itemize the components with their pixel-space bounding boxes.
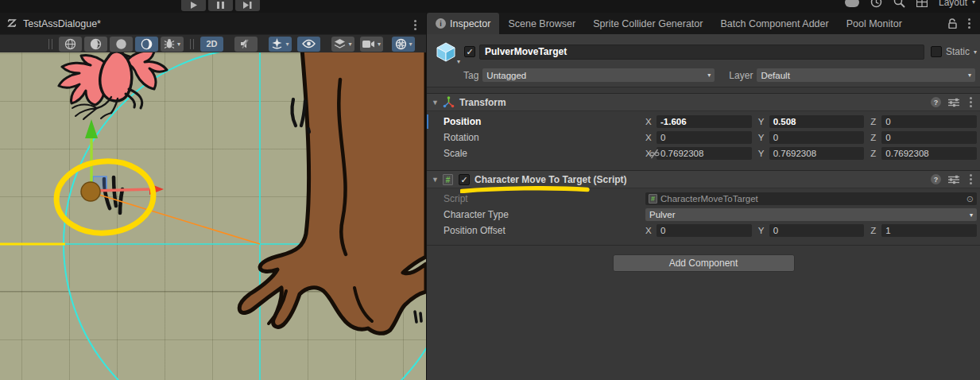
cloud-icon[interactable] — [845, 0, 859, 7]
layout-dropdown-arrow[interactable]: ▾ — [972, 0, 975, 6]
gameobject-icon-dropdown-arrow[interactable]: ▾ — [457, 58, 460, 65]
axis-y-label: Y — [758, 149, 766, 158]
inspector-panel: i Inspector Scene Browser Sprite Collide… — [426, 13, 980, 380]
help-icon[interactable]: ? — [931, 174, 941, 184]
draw-mode-rendered-button[interactable] — [135, 37, 158, 52]
info-icon: i — [436, 18, 446, 29]
grass-stroke — [114, 177, 116, 206]
layer-value: Default — [761, 71, 789, 80]
y-axis-arrowhead[interactable] — [85, 119, 98, 138]
script-object-field[interactable]: # CharacterMoveToTarget ⊙ — [645, 192, 977, 205]
scale-row: Scale X 0.7692308 Y 0.7692308 Z 0.769230… — [427, 145, 977, 161]
pause-button[interactable] — [208, 0, 233, 11]
position-x-field[interactable]: -1.606 — [657, 115, 752, 128]
grass-stroke — [420, 313, 421, 321]
scene-gizmo-button[interactable]: ▾ — [392, 37, 415, 52]
x-axis-handle[interactable] — [93, 189, 151, 191]
transform-foldout-arrow[interactable]: ▼ — [432, 99, 443, 107]
script-menu-icon[interactable] — [966, 173, 975, 186]
tab-inspector[interactable]: i Inspector — [427, 13, 499, 34]
unlink-scale-icon[interactable] — [649, 149, 660, 161]
layout-grid-icon — [916, 0, 928, 7]
history-icon[interactable] — [870, 0, 882, 8]
bird-sprite[interactable] — [59, 52, 167, 119]
gizmo-dropdown-arrow[interactable]: ▾ — [409, 41, 413, 48]
debug-dropdown-arrow[interactable]: ▾ — [177, 41, 180, 48]
transform-header[interactable]: ▼ Transform ? — [427, 93, 980, 111]
draw-mode-wireframe-button[interactable] — [59, 37, 82, 52]
scene-lighting-button[interactable]: ▾ — [269, 37, 292, 52]
offset-y-field[interactable]: 0 — [769, 224, 865, 237]
axis-x-label: X — [645, 226, 653, 235]
search-icon[interactable] — [893, 0, 905, 8]
rotation-x-field[interactable]: 0 — [657, 131, 752, 144]
offset-z-field[interactable]: 1 — [881, 224, 977, 237]
audio-mute-button[interactable] — [234, 37, 258, 52]
debug-mode-button[interactable]: ▾ — [161, 37, 184, 52]
toolbar-drag-handle[interactable] — [48, 39, 52, 49]
script-component-header[interactable]: ▼ # ✓ Character Move To Target (Script) … — [427, 170, 980, 188]
draw-mode-shaded-wireframe-button[interactable] — [84, 37, 107, 52]
lock-icon[interactable] — [948, 18, 957, 29]
play-button[interactable] — [181, 0, 206, 11]
grass-stroke — [301, 101, 305, 126]
scale-z-field[interactable]: 0.7692308 — [881, 147, 977, 160]
position-y-field[interactable]: 0.508 — [769, 115, 865, 128]
camera-button[interactable]: ▾ — [360, 37, 383, 52]
toolbar-drag-handle-2[interactable] — [190, 39, 194, 49]
static-dropdown-arrow[interactable]: ▾ — [974, 48, 977, 56]
add-component-button[interactable]: Add Component — [613, 254, 795, 272]
tab-pool-monitor[interactable]: Pool Monitor — [838, 13, 911, 34]
move-target-sprite[interactable] — [81, 182, 100, 201]
gameobject-active-checkbox[interactable]: ✓ — [464, 46, 475, 57]
inspector-tab-strip: i Inspector Scene Browser Sprite Collide… — [427, 13, 980, 34]
inspector-menu-icon[interactable] — [965, 17, 974, 30]
step-icon — [243, 2, 252, 9]
position-offset-row: Position Offset X 0 Y 0 Z 1 — [427, 223, 977, 238]
scene-viewport[interactable] — [0, 52, 426, 380]
script-foldout-arrow[interactable]: ▼ — [432, 176, 443, 184]
scale-y-field[interactable]: 0.7692308 — [769, 147, 865, 160]
camera-dropdown-arrow[interactable]: ▾ — [378, 41, 381, 48]
rotation-y-field[interactable]: 0 — [769, 131, 865, 144]
gameobject-icon-wrap[interactable]: ▾ — [432, 38, 460, 65]
scene-visibility-button[interactable] — [297, 37, 320, 52]
layers-button[interactable]: ▾ — [331, 37, 354, 52]
tag-dropdown[interactable]: Untagged ▾ — [482, 68, 715, 82]
axis-z-label: Z — [870, 117, 878, 126]
character-type-dropdown[interactable]: Pulver ▾ — [645, 208, 977, 221]
rotation-z-field[interactable]: 0 — [881, 131, 977, 144]
tab-scene-asset[interactable]: TestAssDialogue* — [6, 17, 101, 29]
tree-sprite[interactable] — [239, 52, 426, 333]
gameobject-name-input[interactable]: PulverMoveTarget — [479, 45, 924, 60]
tab-batch-component-adder[interactable]: Batch Component Adder — [711, 13, 837, 34]
transform-menu-icon[interactable] — [966, 95, 975, 109]
position-z-field[interactable]: 0 — [881, 115, 977, 128]
tab-label: Inspector — [450, 18, 490, 29]
tab-sprite-collider-generator[interactable]: Sprite Collider Generator — [584, 13, 711, 34]
script-component-body: Script # CharacterMoveToTarget ⊙ Charact… — [427, 188, 980, 242]
step-button[interactable] — [235, 0, 260, 11]
object-picker-icon[interactable]: ⊙ — [966, 194, 974, 204]
offset-x-field[interactable]: 0 — [657, 224, 752, 237]
rotation-label: Rotation — [444, 132, 645, 143]
lighting-dropdown-arrow[interactable]: ▾ — [285, 41, 289, 48]
scale-x-field[interactable]: 0.7692308 — [657, 147, 752, 160]
scene-tab-menu-icon[interactable] — [411, 18, 420, 32]
script-row: Script # CharacterMoveToTarget ⊙ — [427, 191, 977, 207]
draw-mode-shaded-button[interactable] — [110, 37, 133, 52]
unity-editor-window: Layout ▾ TestAssDialogue* — [0, 0, 980, 380]
layers-dropdown-arrow[interactable]: ▾ — [348, 41, 351, 48]
layer-dropdown[interactable]: Default ▾ — [757, 68, 975, 82]
script-object-value: CharacterMoveToTarget — [660, 194, 758, 204]
audio-muted-icon — [240, 38, 252, 49]
presets-icon[interactable] — [948, 98, 959, 107]
script-enabled-checkbox[interactable]: ✓ — [459, 174, 470, 185]
static-checkbox[interactable] — [931, 46, 942, 57]
presets-icon[interactable] — [948, 175, 959, 184]
tab-scene-browser[interactable]: Scene Browser — [499, 13, 584, 34]
help-icon[interactable]: ? — [931, 97, 941, 107]
2d-mode-button[interactable]: 2D — [200, 37, 223, 52]
layout-dropdown[interactable]: Layout — [939, 0, 967, 8]
inspector-tab-tools — [948, 13, 980, 34]
